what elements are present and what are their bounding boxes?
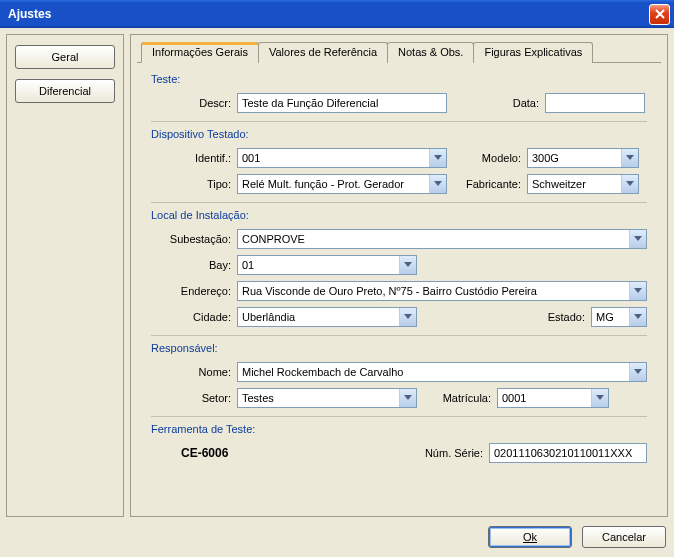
label-setor: Setor: xyxy=(151,392,237,404)
label-estado: Estado: xyxy=(541,311,591,323)
sidebar: Geral Diferencial xyxy=(6,34,124,517)
combo-matricula[interactable]: 0001 xyxy=(497,388,609,408)
combo-modelo-value: 300G xyxy=(532,152,559,164)
label-endereco: Endereço: xyxy=(151,285,237,297)
combo-estado[interactable]: MG xyxy=(591,307,647,327)
close-button[interactable] xyxy=(649,4,670,25)
group-dispositivo-title: Dispositivo Testado: xyxy=(151,128,647,140)
chevron-down-icon[interactable] xyxy=(399,256,416,274)
tab-figuras-explicativas[interactable]: Figuras Explicativas xyxy=(473,42,593,63)
chevron-down-icon[interactable] xyxy=(621,175,638,193)
combo-subestacao[interactable]: CONPROVE xyxy=(237,229,647,249)
label-subestacao: Subestação: xyxy=(151,233,237,245)
window-title: Ajustes xyxy=(8,7,51,21)
combo-subestacao-value: CONPROVE xyxy=(242,233,305,245)
chevron-down-icon[interactable] xyxy=(629,363,646,381)
close-icon xyxy=(655,9,665,19)
tabstrip: Informações Gerais Valores de Referência… xyxy=(137,41,661,63)
combo-estado-value: MG xyxy=(596,311,614,323)
label-modelo: Modelo: xyxy=(447,152,527,164)
combo-bay[interactable]: 01 xyxy=(237,255,417,275)
chevron-down-icon[interactable] xyxy=(621,149,638,167)
combo-setor-value: Testes xyxy=(242,392,274,404)
combo-bay-value: 01 xyxy=(242,259,254,271)
combo-matricula-value: 0001 xyxy=(502,392,526,404)
sidebar-btn-diferencial[interactable]: Diferencial xyxy=(15,79,115,103)
group-local-title: Local de Instalação: xyxy=(151,209,647,221)
combo-cidade[interactable]: Uberlândia xyxy=(237,307,417,327)
group-teste: Teste: Descr: Data: xyxy=(151,73,647,113)
label-identif: Identif.: xyxy=(151,152,237,164)
group-responsavel: Responsável: Nome: Michel Rockembach de … xyxy=(151,342,647,408)
chevron-down-icon[interactable] xyxy=(399,389,416,407)
combo-nome[interactable]: Michel Rockembach de Carvalho xyxy=(237,362,647,382)
label-fabricante: Fabricante: xyxy=(447,178,527,190)
label-cidade: Cidade: xyxy=(151,311,237,323)
group-ferramenta-title: Ferramenta de Teste: xyxy=(151,423,647,435)
group-dispositivo: Dispositivo Testado: Identif.: 001 Model… xyxy=(151,128,647,194)
ok-button[interactable]: Ok xyxy=(488,526,572,548)
group-local: Local de Instalação: Subestação: CONPROV… xyxy=(151,209,647,327)
combo-nome-value: Michel Rockembach de Carvalho xyxy=(242,366,403,378)
combo-setor[interactable]: Testes xyxy=(237,388,417,408)
label-data: Data: xyxy=(447,97,545,109)
chevron-down-icon[interactable] xyxy=(629,230,646,248)
combo-fabricante-value: Schweitzer xyxy=(532,178,586,190)
footer: Ok Cancelar xyxy=(6,523,668,551)
chevron-down-icon[interactable] xyxy=(429,149,446,167)
input-num-serie xyxy=(489,443,647,463)
chevron-down-icon[interactable] xyxy=(429,175,446,193)
combo-fabricante[interactable]: Schweitzer xyxy=(527,174,639,194)
label-nome: Nome: xyxy=(151,366,237,378)
combo-endereco-value: Rua Visconde de Ouro Preto, Nº75 - Bairr… xyxy=(242,285,537,297)
content-frame: Informações Gerais Valores de Referência… xyxy=(130,34,668,517)
chevron-down-icon[interactable] xyxy=(629,308,646,326)
label-bay: Bay: xyxy=(151,259,237,271)
cancel-button[interactable]: Cancelar xyxy=(582,526,666,548)
tab-informacoes-gerais[interactable]: Informações Gerais xyxy=(141,42,259,63)
chevron-down-icon[interactable] xyxy=(399,308,416,326)
sidebar-btn-geral[interactable]: Geral xyxy=(15,45,115,69)
input-descr[interactable] xyxy=(237,93,447,113)
input-data xyxy=(545,93,645,113)
combo-cidade-value: Uberlândia xyxy=(242,311,295,323)
label-matricula: Matrícula: xyxy=(417,392,497,404)
tab-notas-obs[interactable]: Notas & Obs. xyxy=(387,42,474,63)
tab-valores-referencia[interactable]: Valores de Referência xyxy=(258,42,388,63)
combo-modelo[interactable]: 300G xyxy=(527,148,639,168)
group-ferramenta: Ferramenta de Teste: CE-6006 Núm. Série: xyxy=(151,423,647,463)
title-bar: Ajustes xyxy=(0,0,674,28)
chevron-down-icon[interactable] xyxy=(629,282,646,300)
tool-name: CE-6006 xyxy=(181,446,228,460)
label-num-serie: Núm. Série: xyxy=(409,447,489,459)
label-descr: Descr: xyxy=(151,97,237,109)
combo-identif-value: 001 xyxy=(242,152,260,164)
group-teste-title: Teste: xyxy=(151,73,647,85)
combo-tipo[interactable]: Relé Mult. função - Prot. Gerador xyxy=(237,174,447,194)
label-tipo: Tipo: xyxy=(151,178,237,190)
combo-tipo-value: Relé Mult. função - Prot. Gerador xyxy=(242,178,404,190)
combo-identif[interactable]: 001 xyxy=(237,148,447,168)
group-responsavel-title: Responsável: xyxy=(151,342,647,354)
chevron-down-icon[interactable] xyxy=(591,389,608,407)
combo-endereco[interactable]: Rua Visconde de Ouro Preto, Nº75 - Bairr… xyxy=(237,281,647,301)
